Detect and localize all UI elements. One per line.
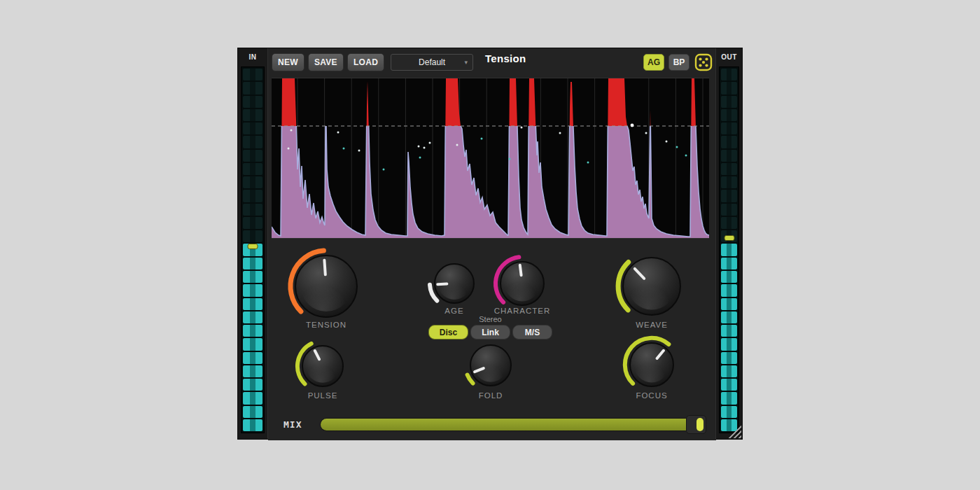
meter-segment: [243, 325, 262, 337]
meter-segment: [721, 190, 737, 202]
input-meter-body: [241, 66, 265, 433]
mix-slider[interactable]: [320, 418, 706, 431]
meter-segment: [243, 96, 262, 108]
stereo-mode-buttons: Disc Link M/S: [428, 325, 552, 340]
new-button[interactable]: NEW: [272, 53, 304, 71]
meter-segment: [243, 365, 262, 377]
meter-segment: [243, 150, 262, 162]
input-peak-indicator: [248, 244, 258, 249]
stereo-mode-disc[interactable]: Disc: [428, 325, 468, 340]
input-meter: IN: [238, 48, 268, 439]
sparkle-dot: [509, 158, 511, 160]
character-knob-label: CHARACTER: [494, 307, 551, 315]
sparkle-dot: [383, 169, 385, 171]
meter-segment: [721, 96, 737, 108]
meter-segment: [243, 136, 262, 148]
meter-segment: [721, 163, 737, 175]
meter-segment: [721, 122, 737, 134]
ag-toggle-button[interactable]: AG: [643, 54, 664, 71]
age-knob-label: AGE: [444, 307, 463, 315]
meter-segment: [721, 298, 737, 310]
tension-knob[interactable]: TENSION: [290, 251, 357, 329]
sparkle-dot: [358, 150, 360, 152]
preset-dropdown[interactable]: Default ▾: [391, 54, 473, 71]
meter-segment: [243, 190, 262, 202]
meter-segment: [243, 352, 262, 364]
meter-segment: [243, 122, 262, 134]
tension-knob-pointer: [324, 260, 325, 275]
meter-segment: [243, 419, 262, 431]
meter-segment: [721, 109, 737, 121]
character-knob[interactable]: CHARACTER: [494, 257, 551, 315]
randomize-button[interactable]: [694, 53, 713, 71]
preset-value: Default: [419, 57, 445, 67]
sparkle-dot: [666, 141, 668, 143]
mix-fill: [321, 419, 706, 430]
tension-knob-label: TENSION: [306, 321, 346, 329]
meter-segment: [721, 82, 737, 94]
bp-toggle-button[interactable]: BP: [668, 54, 690, 71]
plugin-window: IN NEW SAVE LOAD Default ▾ AG BP: [237, 48, 743, 440]
sparkle-dot: [418, 146, 420, 148]
main-panel: NEW SAVE LOAD Default ▾ AG BP: [268, 48, 716, 440]
meter-segment: [243, 338, 262, 350]
sparkle-dot: [559, 132, 561, 134]
sparkle-dot: [419, 157, 421, 159]
mix-handle-pill: [696, 418, 704, 431]
waveform-display: [272, 78, 709, 239]
meter-segment: [243, 109, 262, 121]
fold-knob[interactable]: FOLD: [468, 345, 511, 400]
sparkle-dot: [290, 130, 293, 132]
output-meter: OUT: [715, 48, 742, 439]
mix-slider-handle[interactable]: [686, 415, 706, 434]
meter-segment: [721, 204, 737, 216]
meter-segment: [721, 258, 737, 270]
sparkle-dot: [631, 124, 634, 127]
input-meter-label: IN: [238, 48, 267, 65]
meter-segment: [721, 136, 737, 148]
meter-segment: [243, 176, 262, 188]
age-knob[interactable]: AGE: [430, 264, 474, 315]
meter-segment: [243, 82, 262, 94]
age-knob-pointer: [438, 284, 447, 285]
pulse-knob[interactable]: PULSE: [298, 344, 343, 400]
meter-segment: [721, 312, 737, 323]
sparkle-dot: [343, 148, 345, 150]
meter-segment: [721, 392, 737, 404]
focus-knob-label: FOCUS: [636, 391, 667, 400]
meter-segment: [721, 176, 737, 188]
meter-segment: [243, 217, 262, 229]
meter-segment: [721, 325, 737, 337]
output-meter-body: [719, 66, 739, 433]
meter-segment: [721, 352, 737, 364]
weave-knob-label: WEAVE: [636, 321, 668, 329]
dice-icon: [694, 53, 713, 71]
chevron-down-icon: ▾: [465, 59, 468, 66]
output-meter-label: OUT: [716, 48, 742, 65]
meter-segment: [243, 379, 262, 391]
meter-segment: [721, 244, 737, 255]
save-button[interactable]: SAVE: [308, 53, 344, 71]
meter-segment: [721, 150, 737, 162]
meter-segment: [243, 298, 262, 310]
sparkle-dot: [288, 148, 290, 150]
sparkle-dot: [481, 138, 483, 140]
stereo-mode-ms[interactable]: M/S: [512, 325, 552, 340]
meter-segment: [243, 392, 262, 404]
meter-segment: [243, 271, 262, 283]
weave-knob[interactable]: WEAVE: [618, 258, 680, 329]
meter-segment: [243, 230, 262, 242]
stereo-section-label: Stereo: [428, 315, 552, 323]
load-button[interactable]: LOAD: [347, 53, 384, 71]
sparkle-dot: [424, 147, 426, 149]
meter-segment: [243, 163, 262, 175]
focus-knob[interactable]: FOCUS: [625, 338, 673, 400]
sparkle-dot: [645, 132, 648, 134]
sparkle-dot: [521, 127, 523, 129]
meter-segment: [721, 406, 737, 418]
page-title: Tension: [485, 52, 526, 64]
character-knob-pointer: [520, 265, 522, 276]
meter-segment: [243, 69, 262, 80]
mix-label: MIX: [275, 419, 320, 430]
stereo-mode-link[interactable]: Link: [470, 325, 510, 340]
